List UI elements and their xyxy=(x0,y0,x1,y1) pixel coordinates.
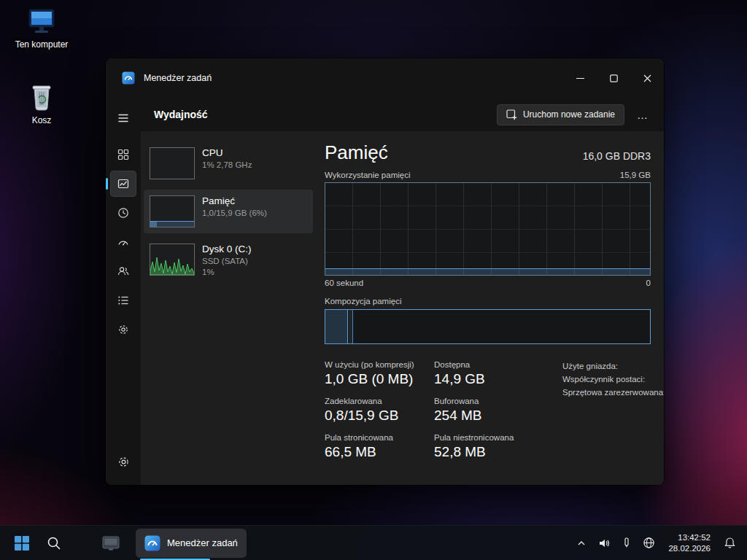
perf-item-cpu[interactable]: CPU 1% 2,78 GHz xyxy=(144,141,313,185)
users-tab-icon[interactable] xyxy=(110,258,136,284)
stat-available: Dostępna 14,9 GB xyxy=(434,360,536,387)
startup-apps-tab-icon[interactable] xyxy=(110,229,136,255)
navigation-rail xyxy=(106,98,141,485)
performance-list: CPU 1% 2,78 GHz Pamięć 1,0/15,9 GB (6%) xyxy=(141,131,316,485)
memory-title: Pamięć xyxy=(325,141,388,164)
perf-item-detail: 1,0/15,9 GB (6%) xyxy=(202,208,267,219)
task-manager-window: Menedżer zadań xyxy=(106,58,664,485)
chart-time-end: 0 xyxy=(646,279,651,287)
start-button[interactable] xyxy=(7,529,36,558)
memory-usage-chart xyxy=(325,182,651,276)
pen-icon[interactable] xyxy=(619,530,635,556)
composition-in-use-segment xyxy=(325,310,348,343)
perf-item-name: Pamięć xyxy=(202,195,267,208)
memory-capacity: 16,0 GB DDR3 xyxy=(583,150,651,164)
desktop: { "desktop": { "icons": [ { "label": "Te… xyxy=(0,0,747,560)
task-manager-taskbar-icon xyxy=(144,535,160,551)
memory-stats: W użyciu (po kompresji) 1,0 GB (0 MB) Do… xyxy=(325,360,536,460)
composition-label: Kompozycja pamięci xyxy=(325,297,651,306)
new-task-icon xyxy=(506,109,517,120)
clock-date: 28.02.2026 xyxy=(668,543,711,554)
settings-button[interactable] xyxy=(110,448,136,475)
taskbar: Menedżer zadań 13:42:52 28.02.2026 xyxy=(0,525,747,560)
memory-usage-area xyxy=(325,268,650,275)
taskbar-item-label: Menedżer zadań xyxy=(167,537,238,548)
cpu-mini-graph xyxy=(150,147,195,179)
perf-item-detail: 1% 2,78 GHz xyxy=(202,160,252,171)
window-titlebar[interactable]: Menedżer zadań xyxy=(106,58,664,98)
chart-time-start: 60 sekund xyxy=(325,279,363,287)
search-button[interactable] xyxy=(39,529,69,558)
network-globe-icon[interactable] xyxy=(639,530,659,556)
stat-in-use: W użyciu (po kompresji) 1,0 GB (0 MB) xyxy=(325,360,434,387)
memory-panel: Pamięć 16,0 GB DDR3 Wykorzystanie pamięc… xyxy=(316,131,664,485)
perf-item-name: CPU xyxy=(202,147,252,160)
window-title: Menedżer zadań xyxy=(144,73,212,83)
composition-modified-segment xyxy=(349,310,353,343)
memory-mini-graph xyxy=(150,195,195,228)
run-new-task-button[interactable]: Uruchom nowe zadanie xyxy=(497,104,624,125)
perf-item-detail2: 1% xyxy=(202,267,252,278)
perf-item-detail: SSD (SATA) xyxy=(202,256,252,267)
pinned-app-icon[interactable] xyxy=(96,529,125,558)
stat-committed: Zadeklarowana 0,8/15,9 GB xyxy=(325,397,434,424)
memory-composition-bar xyxy=(325,309,651,344)
perf-item-memory[interactable]: Pamięć 1,0/15,9 GB (6%) xyxy=(144,190,313,233)
more-options-button[interactable]: … xyxy=(632,104,654,125)
minimize-button[interactable] xyxy=(563,58,597,98)
recycle-bin-icon xyxy=(27,82,56,112)
notifications-bell-icon[interactable] xyxy=(720,530,740,556)
stat-paged-pool: Pula stronicowana 66,5 MB xyxy=(325,433,434,460)
desktop-icon-label: Ten komputer xyxy=(15,40,69,50)
disk-mini-graph xyxy=(150,244,195,276)
usage-chart-label: Wykorzystanie pamięci xyxy=(325,171,411,179)
perf-item-name: Dysk 0 (C:) xyxy=(202,244,252,256)
hamburger-menu-button[interactable] xyxy=(110,105,136,131)
taskbar-item-task-manager[interactable]: Menedżer zadań xyxy=(136,529,247,558)
memory-hardware-details: Użyte gniazda: 2 z 2 Współczynnik postac… xyxy=(562,362,664,460)
taskbar-clock[interactable]: 13:42:52 28.02.2026 xyxy=(663,532,716,554)
services-tab-icon[interactable] xyxy=(110,316,136,343)
tray-chevron-up-icon[interactable] xyxy=(573,530,590,556)
volume-icon[interactable] xyxy=(595,530,614,556)
run-new-task-label: Uruchom nowe zadanie xyxy=(523,109,615,120)
perf-item-disk[interactable]: Dysk 0 (C:) SSD (SATA) 1% xyxy=(144,238,313,284)
details-tab-icon[interactable] xyxy=(110,287,136,314)
stat-cached: Buforowana 254 MB xyxy=(434,397,536,424)
task-manager-app-icon xyxy=(122,71,135,85)
app-history-tab-icon[interactable] xyxy=(110,200,136,226)
performance-tab-icon[interactable] xyxy=(110,171,136,197)
desktop-icon-recycle-bin[interactable]: Kosz xyxy=(12,82,71,126)
stat-non-paged-pool: Pula niestronicowana 52,8 MB xyxy=(434,433,536,460)
clock-time: 13:42:52 xyxy=(678,532,711,543)
system-tray: 13:42:52 28.02.2026 xyxy=(573,530,740,556)
this-pc-monitor-icon xyxy=(26,7,58,36)
page-header: Wydajność Uruchom nowe zadanie … xyxy=(141,98,664,131)
desktop-icon-label: Kosz xyxy=(32,116,52,126)
page-title: Wydajność xyxy=(154,109,208,120)
close-button[interactable] xyxy=(630,58,664,98)
desktop-icon-this-pc[interactable]: Ten komputer xyxy=(12,7,71,50)
maximize-button[interactable] xyxy=(597,58,630,98)
usage-chart-max: 15,9 GB xyxy=(620,171,651,179)
processes-tab-icon[interactable] xyxy=(110,141,136,168)
